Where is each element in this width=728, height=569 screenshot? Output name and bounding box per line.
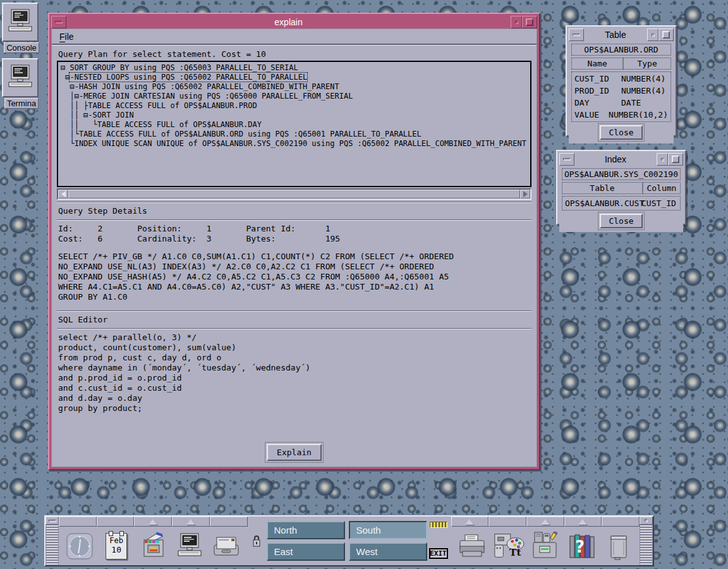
- maximize-icon: [526, 18, 533, 26]
- panel-grip-texture: [640, 525, 653, 565]
- table-row[interactable]: VALUENUMBER(10,2): [574, 109, 668, 121]
- titlebar[interactable]: explain: [51, 16, 537, 28]
- maximize-button[interactable]: [522, 16, 537, 28]
- tree-node-selected[interactable]: ⊟-NESTED LOOPS using PQS :Q65002 PARALLE…: [61, 73, 530, 82]
- query-plan-tree[interactable]: ⊟ SORT GROUP BY using PQS :Q65003 PARALL…: [57, 61, 531, 187]
- explain-button[interactable]: Explain: [267, 444, 322, 461]
- calendar-month: Feb: [106, 536, 126, 545]
- subpanel-toggle-hosts[interactable]: [172, 517, 210, 527]
- trash-button[interactable]: [602, 529, 635, 564]
- calendar-icon: Feb 10: [106, 533, 127, 560]
- file-drawer-icon: [138, 531, 168, 561]
- panel-menu-icon: [645, 519, 648, 522]
- mail-button[interactable]: [210, 529, 243, 564]
- printer-icon: [456, 532, 488, 560]
- workspace-button-north[interactable]: North: [267, 521, 345, 539]
- exit-button[interactable]: EXIT: [429, 548, 448, 559]
- table-row[interactable]: PROD_IDNUMBER(4): [574, 85, 668, 97]
- printer-button[interactable]: [456, 529, 488, 564]
- desktop-icon-terminal[interactable]: Termina: [2, 58, 41, 111]
- panel-menu-button[interactable]: [640, 517, 653, 525]
- rewritten-sql-text: SELECT /*+ PIV_GB */ A1.C0 C0,SUM(A1.C1)…: [57, 250, 531, 309]
- busy-light: [430, 522, 447, 528]
- titlebar[interactable]: Index: [559, 153, 683, 166]
- arrow-left-icon: [61, 191, 66, 197]
- tree-node[interactable]: │└TABLE ACCESS FULL of OPS$ALANBUR.ORD u…: [61, 130, 530, 139]
- terminal-icon[interactable]: [2, 58, 39, 97]
- application-manager-icon: [530, 531, 561, 561]
- up-arrow-icon: [465, 519, 474, 525]
- calendar-button[interactable]: Feb 10: [100, 529, 133, 564]
- menu-file[interactable]: File: [59, 32, 74, 42]
- workspace-button-west[interactable]: West: [349, 542, 427, 561]
- separator: [57, 310, 531, 312]
- tree-node[interactable]: ⊟-HASH JOIN using PQS :Q65002 PARALLEL_C…: [61, 82, 530, 92]
- iconify-icon: [652, 34, 655, 37]
- table-row[interactable]: DAYDATE: [574, 97, 668, 109]
- iconify-icon: [661, 158, 664, 161]
- close-button[interactable]: Close: [600, 125, 642, 140]
- tree-node[interactable]: ⊟ SORT GROUP BY using PQS :Q65003 PARALL…: [61, 63, 530, 73]
- subpanel-segment: [59, 517, 97, 527]
- style-manager-button[interactable]: Tt: [492, 529, 525, 564]
- maximize-button[interactable]: [658, 28, 674, 41]
- maximize-button[interactable]: [668, 153, 683, 166]
- terminal-button[interactable]: [173, 529, 206, 564]
- subpanel-toggle-files[interactable]: [134, 517, 172, 527]
- window-menu-button[interactable]: [51, 16, 66, 28]
- index-row[interactable]: OPS$ALANBUR.CUSTCUST_ID: [565, 197, 677, 209]
- window-menu-icon: [573, 34, 580, 36]
- column-header-type[interactable]: Type: [623, 58, 671, 70]
- subpanel-toggle-help[interactable]: [564, 517, 602, 527]
- scrollbar-thumb[interactable]: [68, 190, 520, 199]
- tree-node[interactable]: ││ ├TABLE ACCESS FULL of OPS$ALANBUR.PRO…: [61, 101, 530, 111]
- panel-right-handle[interactable]: [640, 517, 653, 565]
- console-icon[interactable]: [2, 3, 39, 42]
- tree-node[interactable]: ││ ⊟-SORT JOIN: [61, 111, 530, 120]
- panel-minimize-button[interactable]: [46, 517, 59, 525]
- column-header-column[interactable]: Column: [643, 182, 681, 194]
- table-row[interactable]: CUST_IDNUMBER(4): [574, 73, 668, 85]
- separator: [57, 328, 531, 329]
- panel-grip-texture: [46, 525, 59, 565]
- help-glyph: ?: [575, 537, 585, 556]
- column-headers: Table Column: [562, 182, 681, 194]
- close-button[interactable]: Close: [600, 214, 642, 228]
- window-menu-button[interactable]: [569, 28, 584, 41]
- column-header-table[interactable]: Table: [562, 182, 643, 194]
- desktop-icon-label: Termina: [4, 98, 39, 109]
- iconify-button[interactable]: [647, 28, 658, 41]
- window-title: explain: [66, 16, 511, 28]
- scroll-left-button[interactable]: [58, 190, 68, 199]
- sql-editor-input[interactable]: select /*+ parallel(o, 3) */ product, co…: [57, 331, 531, 441]
- table-window: Table OPS$ALANBUR.ORD Name Type CUST_IDN…: [566, 25, 677, 137]
- application-manager-button[interactable]: [529, 529, 562, 564]
- subpanel-toggle-printers[interactable]: [451, 517, 489, 527]
- tree-node[interactable]: ││ └TABLE ACCESS FULL of OPS$ALANBUR.DAY: [61, 120, 530, 130]
- scroll-right-button[interactable]: [520, 190, 530, 199]
- iconify-button[interactable]: [511, 16, 522, 28]
- lock-icon[interactable]: [252, 534, 262, 548]
- separator: [57, 219, 531, 221]
- workspace-switch-area: North South East West EXIT: [248, 517, 451, 565]
- iconify-button[interactable]: [657, 153, 668, 166]
- maximize-icon: [662, 31, 670, 39]
- column-header-name[interactable]: Name: [571, 58, 623, 70]
- window-menu-button[interactable]: [559, 153, 574, 166]
- subpanel-toggle-applications[interactable]: [526, 517, 564, 527]
- menubar: File: [52, 29, 537, 45]
- help-button[interactable]: ?: [566, 529, 598, 564]
- workspace-button-south[interactable]: South: [349, 521, 427, 539]
- horizontal-scrollbar[interactable]: [57, 188, 531, 200]
- clock-button[interactable]: [63, 529, 96, 564]
- desktop-icon-console[interactable]: Console: [2, 3, 41, 56]
- up-arrow-icon: [578, 519, 587, 525]
- file-manager-button[interactable]: [136, 529, 169, 564]
- tree-node[interactable]: └INDEX UNIQUE SCAN UNIQUE of OPS$ALANBUR…: [61, 139, 530, 149]
- column-headers: Name Type: [571, 58, 671, 70]
- tree-node[interactable]: │⊟-MERGE JOIN CARTESIAN using PQS :Q6500…: [61, 92, 530, 101]
- titlebar[interactable]: Table: [569, 28, 674, 41]
- panel-left-handle[interactable]: [46, 517, 59, 565]
- workspace-button-east[interactable]: East: [267, 542, 345, 561]
- table-object-name: OPS$ALANBUR.ORD: [571, 44, 671, 56]
